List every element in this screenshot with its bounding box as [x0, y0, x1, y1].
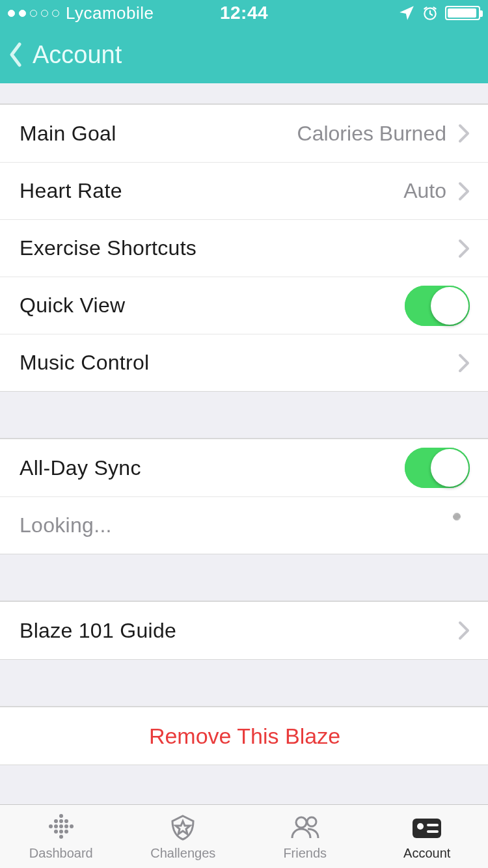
tab-challenges-label: Challenges [150, 846, 215, 861]
row-quick-view: Quick View [0, 277, 488, 334]
svg-point-11 [59, 830, 63, 834]
svg-point-12 [64, 830, 68, 834]
row-music-control[interactable]: Music Control [0, 334, 488, 391]
settings-section-1: Main Goal Calories Burned Heart Rate Aut… [0, 104, 488, 392]
heart-rate-value: Auto [403, 179, 446, 203]
row-blaze-guide[interactable]: Blaze 101 Guide [0, 602, 488, 659]
tab-dashboard-label: Dashboard [29, 846, 93, 861]
dashboard-icon [43, 812, 79, 843]
svg-point-2 [54, 819, 58, 823]
challenges-icon [165, 812, 201, 843]
chevron-right-icon [458, 621, 470, 640]
heart-rate-label: Heart Rate [20, 179, 403, 203]
svg-point-13 [59, 835, 63, 839]
chevron-right-icon [458, 239, 470, 258]
location-icon [398, 5, 415, 21]
svg-point-1 [59, 814, 63, 818]
svg-point-9 [70, 824, 74, 828]
status-right [323, 5, 480, 21]
svg-point-6 [54, 824, 58, 828]
section-gap [0, 660, 488, 707]
svg-point-5 [49, 824, 53, 828]
svg-point-14 [296, 817, 306, 828]
row-heart-rate[interactable]: Heart Rate Auto [0, 162, 488, 219]
svg-point-15 [307, 817, 316, 826]
svg-point-4 [64, 819, 68, 823]
tab-friends[interactable]: Friends [244, 805, 366, 868]
section-gap [0, 554, 488, 601]
row-main-goal[interactable]: Main Goal Calories Burned [0, 105, 488, 162]
svg-rect-16 [413, 819, 441, 838]
remove-blaze-button[interactable]: Remove This Blaze [0, 707, 488, 765]
tab-friends-label: Friends [283, 846, 327, 861]
all-day-sync-label: All-Day Sync [20, 456, 405, 480]
blaze-guide-label: Blaze 101 Guide [20, 619, 458, 643]
settings-section-2: All-Day Sync Looking... [0, 439, 488, 554]
section-gap [0, 83, 488, 104]
tab-account-label: Account [403, 846, 450, 861]
account-icon [409, 812, 445, 843]
quick-view-label: Quick View [20, 293, 405, 318]
svg-point-17 [417, 823, 424, 830]
row-all-day-sync: All-Day Sync [0, 439, 488, 496]
clock-label: 12:44 [165, 3, 323, 23]
tab-bar: Dashboard Challenges Friends Account [0, 804, 488, 868]
section-gap [0, 392, 488, 439]
spinner-icon [444, 513, 470, 539]
battery-icon [445, 6, 480, 20]
all-day-sync-toggle[interactable] [405, 448, 470, 488]
main-goal-label: Main Goal [20, 122, 297, 146]
looking-label: Looking... [20, 513, 444, 537]
carrier-label: Lycamobile [66, 3, 154, 23]
status-left: Lycamobile [8, 3, 165, 23]
exercise-shortcuts-label: Exercise Shortcuts [20, 236, 458, 260]
chevron-right-icon [458, 353, 470, 373]
remove-section: Remove This Blaze [0, 707, 488, 765]
settings-section-3: Blaze 101 Guide [0, 601, 488, 660]
nav-title: Account [33, 41, 122, 69]
nav-bar: Account [0, 26, 488, 83]
signal-strength-icon [8, 10, 59, 17]
tab-challenges[interactable]: Challenges [122, 805, 245, 868]
header: Lycamobile 12:44 Account [0, 0, 488, 83]
main-goal-value: Calories Burned [297, 122, 446, 146]
tab-dashboard[interactable]: Dashboard [0, 805, 122, 868]
chevron-right-icon [458, 182, 470, 201]
svg-point-3 [59, 819, 63, 823]
friends-icon [287, 812, 323, 843]
row-exercise-shortcuts[interactable]: Exercise Shortcuts [0, 219, 488, 277]
back-icon[interactable] [8, 40, 23, 69]
music-control-label: Music Control [20, 351, 458, 375]
svg-point-10 [54, 830, 58, 834]
quick-view-toggle[interactable] [405, 286, 470, 326]
status-bar: Lycamobile 12:44 [0, 0, 488, 26]
remove-blaze-label: Remove This Blaze [149, 724, 340, 749]
alarm-icon [422, 5, 439, 21]
svg-point-8 [64, 824, 68, 828]
chevron-right-icon [458, 124, 470, 143]
svg-point-7 [59, 824, 63, 828]
tab-account[interactable]: Account [366, 805, 489, 868]
row-looking: Looking... [0, 496, 488, 554]
